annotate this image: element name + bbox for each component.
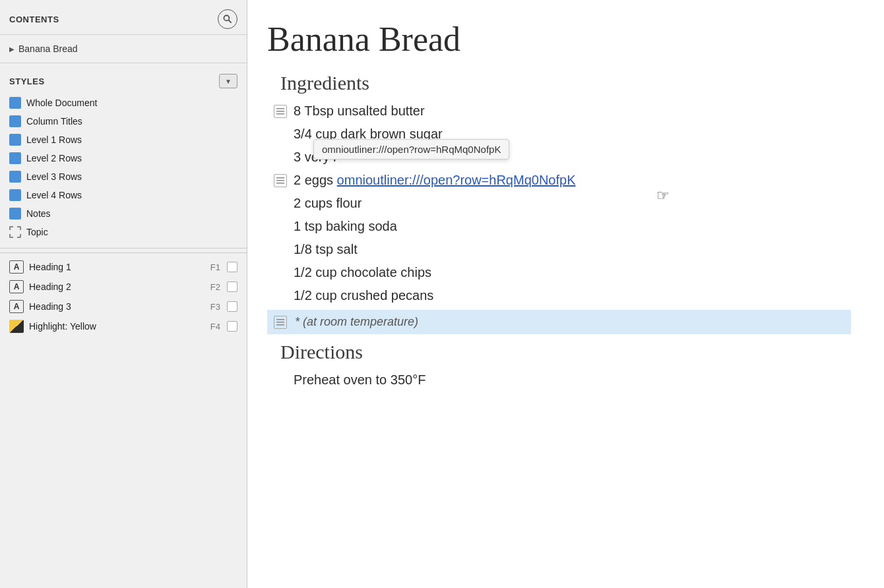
styles-label: STYLES	[9, 76, 45, 86]
ingredient-text: 3 very r omnioutliner:///open?row=hRqMq0…	[294, 150, 851, 165]
svg-rect-6	[276, 180, 284, 181]
ingredient-row: 1/2 cup crushed pecans	[267, 284, 851, 307]
ingredient-row: 1/2 cup chocolate chips	[267, 261, 851, 284]
highlight-yellow-label: Highlight: Yellow	[29, 321, 210, 332]
style-item-label: Level 3 Rows	[26, 171, 82, 182]
heading-2-checkbox[interactable]	[227, 281, 237, 292]
row-handle-icon[interactable]	[274, 105, 287, 118]
url-tooltip: omnioutliner:///open?row=hRqMq0NofpK	[313, 139, 509, 160]
contents-label: CONTENTS	[9, 15, 59, 24]
highlight-yellow-shortcut: F4	[210, 322, 220, 332]
main-content: Banana Bread Ingredients 8 Tbsp unsalted…	[247, 0, 884, 588]
egg-row-link[interactable]: omnioutliner:///open?row=hRqMq0NofpK	[337, 173, 576, 187]
style-icon-column-titles	[9, 115, 21, 127]
style-item-level-1-rows[interactable]: Level 1 Rows	[0, 131, 247, 149]
style-item-level-4-rows[interactable]: Level 4 Rows	[0, 186, 247, 204]
highlight-yellow-icon	[9, 320, 24, 333]
style-icon-topic	[9, 226, 21, 238]
note-text: * (at room temperature)	[295, 315, 418, 329]
tree-arrow: ▶	[9, 45, 15, 53]
styles-section: STYLES ▼ Whole Document Column Titles Le…	[0, 63, 247, 249]
style-item-topic[interactable]: Topic	[0, 223, 247, 241]
style-icon-level-2	[9, 152, 21, 164]
style-icon-level-1	[9, 134, 21, 146]
svg-line-1	[229, 20, 232, 23]
svg-point-0	[224, 15, 229, 20]
ingredient-text: 8 Tbsp unsalted butter	[294, 103, 851, 119]
style-item-label: Level 4 Rows	[26, 190, 82, 200]
svg-rect-9	[276, 322, 284, 323]
ingredient-text: 2 cups flour	[294, 196, 851, 211]
heading-2-label: Heading 2	[29, 281, 210, 292]
sidebar: CONTENTS ▶ Banana Bread STYLES ▼ Whole D…	[0, 0, 247, 588]
heading-3-checkbox[interactable]	[227, 301, 237, 312]
row-handle-icon[interactable]	[274, 174, 287, 187]
style-icon-level-3	[9, 171, 21, 183]
ingredient-row: 2 cups flour	[267, 192, 851, 215]
style-item-label: Notes	[26, 208, 51, 219]
tree-item-banana-bread[interactable]: ▶ Banana Bread	[9, 42, 237, 56]
style-item-label: Topic	[26, 227, 48, 237]
svg-rect-10	[276, 324, 284, 326]
ingredient-text-eggs: 2 eggs omnioutliner:///open?row=hRqMq0No…	[294, 173, 851, 188]
note-row-icon[interactable]	[274, 316, 287, 329]
ingredient-row: 3 very r omnioutliner:///open?row=hRqMq0…	[267, 146, 851, 169]
highlight-yellow-item[interactable]: Highlight: Yellow F4	[0, 316, 247, 336]
svg-rect-8	[276, 319, 284, 320]
ingredient-text: 1 tsp baking soda	[294, 219, 851, 234]
styles-header: STYLES ▼	[0, 70, 247, 94]
highlight-yellow-checkbox[interactable]	[227, 321, 237, 332]
heading-2-icon: A	[9, 280, 24, 293]
style-item-label: Whole Document	[26, 98, 97, 108]
heading-1-icon: A	[9, 260, 24, 274]
style-icon-whole-document	[9, 97, 21, 109]
ingredient-text: 1/2 cup crushed pecans	[294, 288, 851, 303]
directions-heading: Directions	[267, 341, 851, 363]
document-title: Banana Bread	[267, 20, 851, 59]
heading-1-shortcut: F1	[210, 262, 220, 272]
ingredient-row: 2 eggs omnioutliner:///open?row=hRqMq0No…	[267, 169, 851, 192]
sidebar-separator	[0, 252, 247, 253]
style-item-label: Level 2 Rows	[26, 153, 82, 163]
style-item-notes[interactable]: Notes	[0, 204, 247, 223]
note-row: * (at room temperature)	[267, 310, 851, 334]
ingredient-text: Preheat oven to 350°F	[294, 372, 851, 388]
ingredient-row: Preheat oven to 350°F	[267, 368, 851, 392]
heading-3-icon: A	[9, 300, 24, 313]
ingredient-row: 1/8 tsp salt	[267, 238, 851, 261]
styles-dropdown-button[interactable]: ▼	[219, 74, 237, 88]
svg-rect-5	[276, 177, 284, 179]
contents-header: CONTENTS	[0, 0, 247, 35]
style-item-label: Column Titles	[26, 116, 82, 127]
svg-rect-7	[276, 183, 284, 184]
search-button[interactable]	[218, 9, 237, 29]
heading-3-shortcut: F3	[210, 302, 220, 312]
contents-tree: ▶ Banana Bread	[0, 35, 247, 63]
style-item-level-2-rows[interactable]: Level 2 Rows	[0, 149, 247, 167]
tree-item-label: Banana Bread	[18, 44, 78, 54]
style-item-level-3-rows[interactable]: Level 3 Rows	[0, 167, 247, 186]
ingredient-row: 1 tsp baking soda	[267, 215, 851, 238]
svg-rect-4	[276, 113, 284, 115]
heading-2-item[interactable]: A Heading 2 F2	[0, 277, 247, 297]
style-item-whole-document[interactable]: Whole Document	[0, 94, 247, 112]
heading-3-label: Heading 3	[29, 301, 210, 312]
ingredient-text: 1/2 cup chocolate chips	[294, 265, 851, 280]
ingredients-heading: Ingredients	[267, 72, 851, 94]
heading-3-item[interactable]: A Heading 3 F3	[0, 297, 247, 316]
svg-rect-3	[276, 111, 284, 112]
svg-rect-2	[276, 108, 284, 109]
style-icon-level-4	[9, 189, 21, 201]
heading-1-label: Heading 1	[29, 262, 210, 272]
style-icon-notes	[9, 208, 21, 220]
ingredient-text: 1/8 tsp salt	[294, 242, 851, 257]
style-item-label: Level 1 Rows	[26, 134, 82, 145]
heading-1-checkbox[interactable]	[227, 262, 237, 272]
heading-1-item[interactable]: A Heading 1 F1	[0, 257, 247, 277]
heading-2-shortcut: F2	[210, 282, 220, 292]
style-item-column-titles[interactable]: Column Titles	[0, 112, 247, 131]
ingredient-row: 8 Tbsp unsalted butter	[267, 100, 851, 123]
